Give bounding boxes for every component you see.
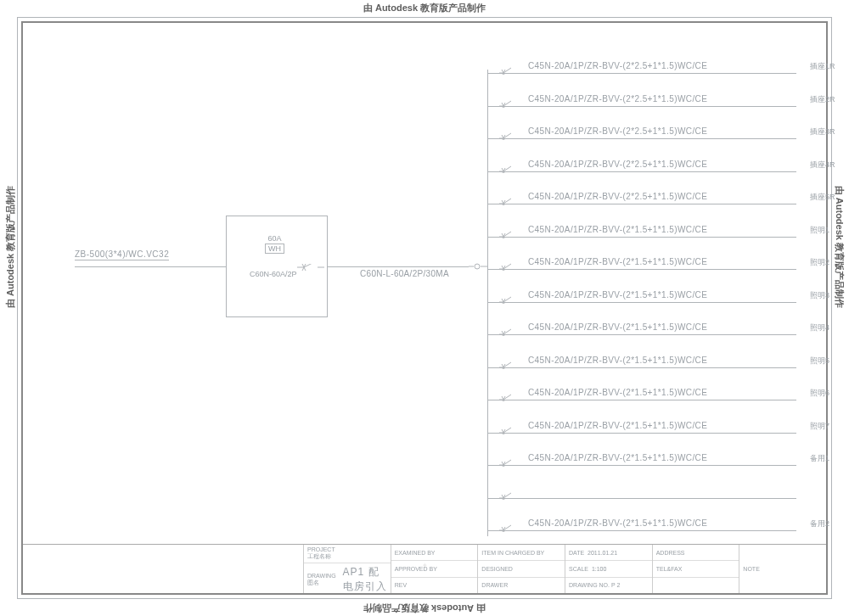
- circuit-tag: 照明7: [810, 421, 829, 432]
- breaker-switch-icon: [297, 264, 324, 271]
- circuit-line: [487, 334, 796, 335]
- note-label: NOTE: [739, 545, 826, 593]
- incoming-line: [75, 266, 226, 267]
- watermark-bottom: 由 Autodesk 教育版产品制作: [0, 602, 849, 614]
- circuit-spec: C45N-20A/1P/ZR-BVV-(2*1.5+1*1.5)WC/CE: [528, 225, 707, 234]
- circuit-tag: 插座5R: [810, 192, 835, 203]
- circuit-line: [487, 465, 796, 466]
- circuit-spec: C45N-20A/1P/ZR-BVV-(2*2.5+1*1.5)WC/CE: [528, 160, 707, 169]
- telfax-label: TEL&FAX: [653, 561, 739, 577]
- circuit-line: [487, 237, 796, 238]
- circuit-spec: C45N-20A/1P/ZR-BVV-(2*1.5+1*1.5)WC/CE: [528, 356, 707, 365]
- rev-label: REV: [391, 578, 478, 593]
- circuit-tag: 照明5: [810, 356, 829, 367]
- breaker-switch-icon: [499, 66, 514, 75]
- circuit-line: [487, 204, 796, 204]
- breaker-switch-icon: [499, 165, 514, 173]
- breaker-switch-icon: [499, 393, 514, 401]
- address-label: ADDRESS: [653, 545, 739, 561]
- panel-amp-label: 60A: [265, 234, 284, 243]
- breaker-switch-icon: [499, 491, 514, 500]
- circuit-line: [487, 138, 796, 139]
- circuit-spec: C45N-20A/1P/ZR-BVV-(2*1.5+1*1.5)WC/CE: [528, 453, 707, 462]
- circuit-line: [487, 530, 796, 531]
- circuit-line: [487, 269, 796, 270]
- schematic-area: ZB-500(3*4)/WC.VC32 60A WH C60N-60A/2P C…: [34, 34, 815, 527]
- circuit-line: [487, 171, 796, 172]
- circuit-line: [487, 433, 796, 434]
- circuit-spec: C45N-20A/1P/ZR-BVV-(2*1.5+1*1.5)WC/CE: [528, 322, 707, 332]
- circuit-line: [487, 498, 796, 499]
- circuit-spec: C45N-20A/1P/ZR-BVV-(2*2.5+1*1.5)WC/CE: [528, 192, 707, 201]
- breaker-switch-icon: [499, 132, 514, 140]
- circuit-line: [487, 400, 796, 400]
- drawingno-value: P 2: [611, 582, 620, 588]
- date-label: DATE: [569, 550, 584, 556]
- panel-rating: 60A WH: [265, 234, 284, 254]
- breaker-switch-icon: [499, 295, 514, 304]
- main-breaker-label: C60N-60A/2P: [250, 270, 297, 278]
- breaker-switch-icon: [499, 197, 514, 205]
- circuit-tag: 照明3: [810, 290, 829, 301]
- circuit-tag: 照明6: [810, 388, 829, 399]
- breaker-switch-icon: [499, 361, 514, 369]
- circuit-spec: C45N-20A/1P/ZR-BVV-(2*1.5+1*1.5)WC/CE: [528, 421, 707, 430]
- breaker-switch-icon: [499, 262, 514, 271]
- item-label: ITEM IN CHARGED BY: [478, 545, 565, 561]
- drawing-label-cn: 图名: [307, 579, 336, 587]
- circuit-spec: C45N-20A/1P/ZR-BVV-(2*1.5+1*1.5)WC/CE: [528, 388, 707, 397]
- drawing-label: DRAWING: [307, 573, 336, 579]
- scale-value: 1:100: [592, 566, 607, 572]
- circuit-line: [487, 106, 796, 107]
- examined-label: EXAMINED BY: [391, 545, 478, 561]
- bus-vertical: [487, 70, 488, 536]
- circuit-tag: 插座3R: [810, 126, 835, 137]
- rcd-label: C60N-L-60A/2P/30MA: [360, 269, 449, 278]
- circuit-line: [487, 302, 796, 303]
- svg-point-6: [475, 264, 480, 269]
- circuit-spec: C45N-20A/1P/ZR-BVV-(2*2.5+1*1.5)WC/CE: [528, 61, 707, 70]
- scale-label: SCALE: [569, 566, 588, 572]
- mid-line: [328, 266, 469, 267]
- circuit-tag: 备用2: [810, 518, 829, 529]
- breaker-switch-icon: [499, 328, 514, 336]
- breaker-switch-icon: [499, 458, 514, 467]
- meter-wh-icon: WH: [265, 244, 284, 254]
- rcd-switch-icon: [469, 261, 487, 272]
- circuit-spec: C45N-20A/1P/ZR-BVV-(2*1.5+1*1.5)WC/CE: [528, 290, 707, 300]
- project-label-cn: 工程名称: [307, 552, 335, 561]
- circuit-spec: C45N-20A/1P/ZR-BVV-(2*2.5+1*1.5)WC/CE: [528, 94, 707, 104]
- circuit-tag: 备用1: [810, 453, 829, 464]
- circuit-spec: C45N-20A/1P/ZR-BVV-(2*1.5+1*1.5)WC/CE: [528, 518, 707, 528]
- watermark-top: 由 Autodesk 教育版产品制作: [0, 2, 849, 14]
- circuit-tag: 插座1R: [810, 61, 835, 72]
- incoming-cable-label: ZB-500(3*4)/WC.VC32: [75, 249, 169, 260]
- breaker-switch-icon: [499, 426, 514, 434]
- breaker-switch-icon: [499, 230, 514, 238]
- watermark-right: 由 Autodesk 教育版产品制作: [833, 186, 846, 308]
- designed-label: DESIGNED: [478, 561, 565, 577]
- circuit-spec: C45N-20A/1P/ZR-BVV-(2*2.5+1*1.5)WC/CE: [528, 126, 707, 136]
- drawing-name: AP1 配电房引入: [336, 565, 387, 594]
- circuit-line: [487, 367, 796, 368]
- circuit-tag: 照明1: [810, 225, 829, 236]
- circuit-line: [487, 73, 796, 74]
- drawer-label: DRAWER: [478, 578, 565, 593]
- watermark-left: 由 Autodesk 教育版产品制作: [4, 186, 17, 308]
- title-block: PROJECT 工程名称 DRAWING 图名 AP1 配电房引入 EXAMIN…: [23, 544, 826, 593]
- date-value: 2011.01.21: [588, 550, 617, 556]
- breaker-switch-icon: [499, 524, 514, 532]
- circuit-tag: 照明2: [810, 257, 829, 268]
- breaker-switch-icon: [499, 99, 514, 108]
- circuit-tag: 插座2R: [810, 94, 835, 105]
- circuit-tag: 照明4: [810, 322, 829, 333]
- approved-label: APPROVED BY: [391, 561, 478, 577]
- circuit-tag: 插座4R: [810, 160, 835, 171]
- project-label: PROJECT: [307, 546, 335, 552]
- drawingno-label: DRAWING NO.: [569, 582, 610, 588]
- circuit-spec: C45N-20A/1P/ZR-BVV-(2*1.5+1*1.5)WC/CE: [528, 257, 707, 266]
